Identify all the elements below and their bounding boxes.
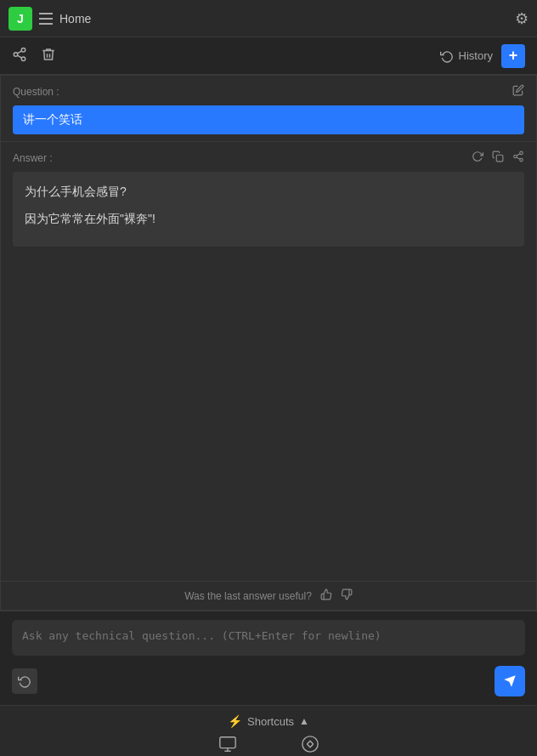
svg-line-3 — [17, 55, 21, 58]
toolbar: History + — [0, 37, 537, 75]
svg-line-4 — [17, 50, 21, 53]
question-text: 讲一个笑话 — [13, 105, 524, 134]
history-button[interactable]: History — [440, 49, 493, 63]
shortcuts-label: Shortcuts — [247, 715, 294, 728]
shortcut-explain-steps[interactable]: Explain Steps — [200, 735, 257, 756]
explain-steps-icon — [218, 735, 237, 756]
svg-point-14 — [302, 736, 317, 752]
trash-icon[interactable] — [41, 47, 56, 65]
svg-point-2 — [21, 57, 25, 61]
svg-rect-11 — [220, 737, 235, 748]
thumbdown-icon[interactable] — [341, 588, 353, 603]
answer-line1: 为什么手机会感冒? — [25, 182, 512, 202]
main-content: Question : 讲一个笑话 Answer : — [0, 75, 537, 611]
svg-point-8 — [520, 158, 523, 162]
shortcuts-bar: ⚡ Shortcuts ▲ Explain Steps E — [0, 705, 537, 756]
shortcuts-bolt-icon: ⚡ — [228, 714, 242, 728]
answer-label: Answer : — [13, 152, 53, 164]
refresh-icon[interactable] — [472, 151, 483, 165]
svg-point-6 — [520, 151, 523, 155]
edit-icon[interactable] — [512, 84, 524, 99]
avatar[interactable]: J — [8, 7, 32, 31]
question-section: Question : 讲一个笑话 — [1, 76, 536, 142]
nav-title: Home — [59, 12, 91, 26]
copy-icon[interactable] — [492, 151, 504, 165]
answer-text-box: 为什么手机会感冒? 因为它常常在外面"裸奔"! — [13, 172, 524, 247]
shortcuts-items: Explain Steps Explain Code — [12, 735, 525, 756]
svg-line-9 — [517, 157, 520, 159]
top-nav: J Home ⚙ — [0, 0, 537, 37]
svg-point-0 — [21, 48, 25, 52]
question-input[interactable] — [12, 620, 525, 656]
question-label: Question : — [13, 86, 59, 98]
explain-code-icon — [301, 735, 319, 756]
chevron-up-icon: ▲ — [299, 715, 309, 727]
input-area — [0, 611, 537, 705]
thumbup-icon[interactable] — [320, 588, 332, 603]
share-icon[interactable] — [12, 47, 27, 65]
share-answer-icon[interactable] — [512, 151, 524, 165]
shortcuts-header[interactable]: ⚡ Shortcuts ▲ — [12, 711, 525, 735]
svg-point-1 — [14, 52, 18, 56]
add-button[interactable]: + — [501, 44, 525, 68]
answer-section: Answer : — [1, 142, 536, 581]
menu-icon[interactable] — [39, 13, 53, 25]
settings-icon[interactable]: ⚙ — [515, 9, 529, 28]
feedback-row: Was the last answer useful? — [1, 581, 536, 610]
undo-button[interactable] — [12, 668, 37, 694]
answer-line2: 因为它常常在外面"裸奔"! — [25, 209, 512, 230]
svg-rect-5 — [496, 155, 503, 162]
feedback-text: Was the last answer useful? — [184, 590, 312, 602]
shortcut-explain-code[interactable]: Explain Code — [282, 735, 337, 756]
send-button[interactable] — [495, 666, 525, 696]
history-label: History — [459, 49, 493, 62]
svg-line-10 — [517, 154, 520, 156]
svg-point-7 — [514, 155, 517, 158]
